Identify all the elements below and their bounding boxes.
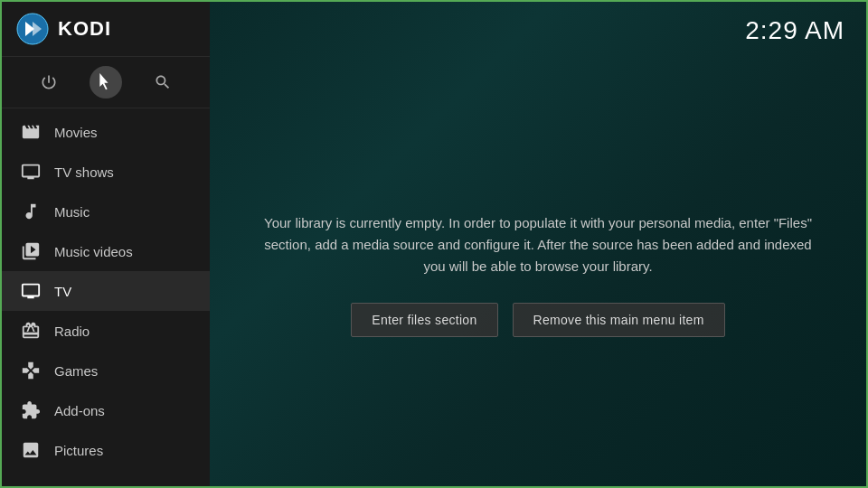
enter-files-button[interactable]: Enter files section (351, 303, 497, 337)
profile-button[interactable] (90, 66, 122, 99)
radio-icon (20, 320, 42, 342)
app-header: KODI (2, 2, 210, 57)
sidebar-item-music-videos[interactable]: Music videos (2, 231, 210, 271)
radio-label: Radio (54, 324, 90, 339)
main-content: 2:29 AM Your library is currently empty.… (210, 2, 866, 488)
sidebar-item-movies[interactable]: Movies (2, 112, 210, 152)
addons-icon (20, 399, 42, 421)
sidebar-item-tv[interactable]: TV (2, 271, 210, 311)
movies-label: Movies (54, 125, 98, 140)
music-videos-label: Music videos (54, 244, 133, 259)
games-label: Games (54, 363, 98, 379)
sidebar-item-addons[interactable]: Add-ons (2, 390, 210, 430)
games-icon (20, 360, 42, 381)
tvshows-label: TV shows (54, 164, 114, 180)
music-icon (20, 201, 42, 222)
sidebar-controls (2, 57, 210, 108)
search-button[interactable] (146, 66, 179, 99)
sidebar-item-radio[interactable]: Radio (2, 311, 210, 351)
sidebar-item-music[interactable]: Music (2, 192, 210, 231)
remove-menu-item-button[interactable]: Remove this main menu item (513, 303, 725, 337)
movies-icon (20, 121, 42, 143)
tvshows-icon (20, 161, 42, 183)
sidebar-item-tvshows[interactable]: TV shows (2, 152, 210, 192)
kodi-logo-icon (16, 13, 49, 45)
pictures-icon (20, 439, 42, 461)
sidebar: KODI Movies (2, 2, 210, 488)
app-title: KODI (58, 17, 111, 41)
power-button[interactable] (33, 66, 65, 99)
music-label: Music (54, 204, 90, 220)
tv-label: TV (54, 284, 71, 299)
time-display: 2:29 AM (745, 16, 844, 45)
music-videos-icon (20, 240, 42, 262)
top-bar: 2:29 AM (210, 2, 866, 60)
sidebar-menu: Movies TV shows Music (2, 108, 210, 488)
sidebar-item-pictures[interactable]: Pictures (2, 430, 210, 470)
sidebar-item-games[interactable]: Games (2, 351, 210, 390)
pictures-label: Pictures (54, 443, 103, 458)
content-area: Your library is currently empty. In orde… (210, 60, 866, 488)
tv-icon (20, 280, 42, 302)
action-buttons: Enter files section Remove this main men… (351, 303, 724, 337)
library-message: Your library is currently empty. In orde… (264, 212, 812, 277)
addons-label: Add-ons (54, 403, 105, 418)
